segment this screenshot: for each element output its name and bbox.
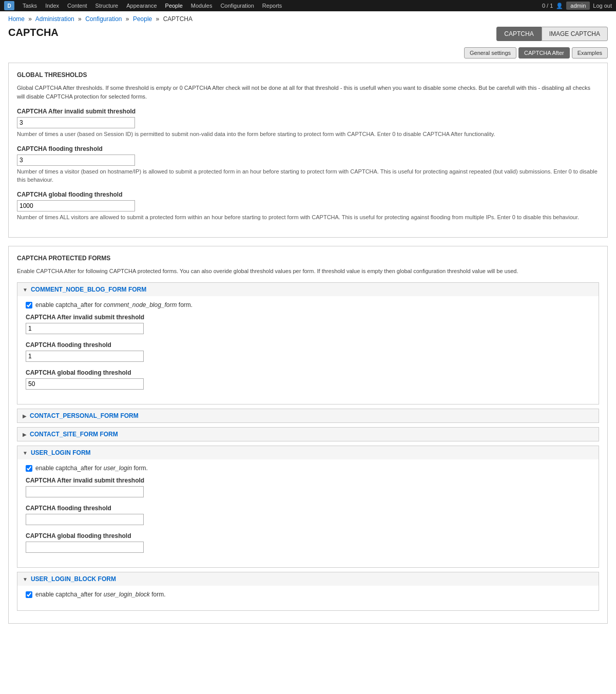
sep4: »	[156, 15, 160, 23]
tab-captcha[interactable]: CAPTCHA	[496, 27, 541, 41]
form-block-contact-site-link[interactable]: CONTACT_SITE_FORM FORM	[30, 431, 118, 438]
form-block-user-login-body: enable captcha_after for user_login form…	[17, 459, 599, 567]
nav-structure[interactable]: Structure	[91, 0, 123, 11]
field-invalid-submit-label: CAPTCHA After invalid submit threshold	[17, 108, 599, 115]
nav-appearance[interactable]: Appearance	[122, 0, 161, 11]
user-login-block-enable-row: enable captcha_after for user_login_bloc…	[26, 591, 590, 598]
user-login-enable-checkbox[interactable]	[26, 465, 32, 472]
field-global-flooding-threshold: CAPTCHA global flooding threshold Number…	[17, 191, 599, 221]
nav-modules[interactable]: Modules	[187, 0, 217, 11]
global-thresholds-section: GLOBAL THRESHOLDS Global CAPTCHA After t…	[8, 63, 608, 238]
protected-forms-desc: Enable CAPTCHA After for following CAPTC…	[17, 267, 599, 276]
comment-flooding-label: CAPTCHA flooding threshold	[26, 341, 590, 349]
form-block-user-login: ▼ USER_LOGIN FORM enable captcha_after f…	[17, 446, 599, 568]
form-block-comment-header[interactable]: ▼ COMMENT_NODE_BLOG_FORM FORM	[17, 283, 599, 296]
form-block-comment-body: enable captcha_after for comment_node_bl…	[17, 296, 599, 404]
arrow-right-icon-1: ▶	[23, 413, 27, 419]
user-login-block-enable-checkbox[interactable]	[26, 591, 32, 598]
field-flooding-threshold-label: CAPTCHA flooding threshold	[17, 145, 599, 152]
protected-forms-section: CAPTCHA PROTECTED FORMS Enable CAPTCHA A…	[8, 246, 608, 624]
admin-button[interactable]: admin	[566, 2, 590, 10]
comment-flooding-field: CAPTCHA flooding threshold	[26, 341, 590, 362]
field-invalid-submit: CAPTCHA After invalid submit threshold N…	[17, 108, 599, 138]
form-block-user-login-header[interactable]: ▼ USER_LOGIN FORM	[17, 446, 599, 459]
subtab-captcha-after[interactable]: CAPTCHA After	[518, 47, 570, 59]
breadcrumb-people[interactable]: People	[133, 15, 152, 23]
comment-global-flooding-field: CAPTCHA global flooding threshold	[26, 369, 590, 390]
user-icon: 👤	[556, 3, 563, 9]
logout-link[interactable]: Log out	[593, 3, 612, 9]
nav-tasks[interactable]: Tasks	[18, 0, 41, 11]
user-login-global-flooding-input[interactable]	[26, 542, 144, 553]
form-block-user-login-block-link[interactable]: USER_LOGIN_BLOCK FORM	[31, 575, 116, 583]
breadcrumb-configuration[interactable]: Configuration	[85, 15, 122, 23]
breadcrumb: Home » Administration » Configuration » …	[0, 11, 616, 25]
field-global-flooding-threshold-label: CAPTCHA global flooding threshold	[17, 191, 599, 198]
user-counter: 0 / 1	[542, 3, 553, 9]
form-block-contact-site: ▶ CONTACT_SITE_FORM FORM	[17, 427, 599, 441]
user-login-global-flooding-label: CAPTCHA global flooding threshold	[26, 532, 590, 539]
arrow-down-icon-2: ▼	[23, 450, 28, 456]
form-block-user-login-block: ▼ USER_LOGIN_BLOCK FORM enable captcha_a…	[17, 572, 599, 611]
user-login-flooding-label: CAPTCHA flooding threshold	[26, 505, 590, 512]
form-block-user-login-block-body: enable captcha_after for user_login_bloc…	[17, 586, 599, 610]
comment-invalid-label: CAPTCHA After invalid submit threshold	[26, 314, 590, 321]
form-block-user-login-block-header[interactable]: ▼ USER_LOGIN_BLOCK FORM	[17, 572, 599, 586]
nav-index[interactable]: Index	[41, 0, 63, 11]
comment-global-flooding-label: CAPTCHA global flooding threshold	[26, 369, 590, 376]
arrow-right-icon-2: ▶	[23, 432, 27, 437]
form-block-contact-personal: ▶ CONTACT_PERSONAL_FORM FORM	[17, 409, 599, 423]
sep3: »	[126, 15, 129, 23]
comment-flooding-input[interactable]	[26, 351, 144, 362]
sep2: »	[78, 15, 82, 23]
nav-reports[interactable]: Reports	[258, 0, 286, 11]
comment-enable-row: enable captcha_after for comment_node_bl…	[26, 301, 590, 309]
subtab-general-settings[interactable]: General settings	[464, 47, 516, 59]
top-navbar: D Tasks Index Content Structure Appearan…	[0, 0, 616, 11]
form-block-user-login-link[interactable]: USER_LOGIN FORM	[31, 449, 91, 456]
page-header: CAPTCHA CAPTCHA IMAGE CAPTCHA	[0, 25, 616, 45]
comment-invalid-input[interactable]	[26, 323, 144, 334]
field-invalid-submit-desc: Number of times a user (based on Session…	[17, 130, 599, 138]
nav-configuration[interactable]: Configuration	[216, 0, 258, 11]
nav-content[interactable]: Content	[63, 0, 91, 11]
page-title: CAPTCHA	[8, 27, 59, 38]
protected-forms-title: CAPTCHA PROTECTED FORMS	[17, 255, 599, 262]
sub-tabs: General settings CAPTCHA After Examples	[0, 45, 616, 63]
main-tabs: CAPTCHA IMAGE CAPTCHA	[496, 27, 608, 41]
field-global-flooding-threshold-input[interactable]	[17, 200, 135, 211]
form-block-contact-personal-header[interactable]: ▶ CONTACT_PERSONAL_FORM FORM	[17, 409, 599, 422]
form-block-contact-site-header[interactable]: ▶ CONTACT_SITE_FORM FORM	[17, 428, 599, 441]
comment-enable-checkbox[interactable]	[26, 302, 32, 309]
user-login-flooding-input[interactable]	[26, 514, 144, 525]
field-global-flooding-threshold-desc: Number of times ALL visitors are allowed…	[17, 214, 599, 221]
site-logo: D	[4, 1, 14, 10]
global-thresholds-title: GLOBAL THRESHOLDS	[17, 71, 599, 79]
field-invalid-submit-input[interactable]	[17, 117, 135, 128]
form-block-comment-link[interactable]: COMMENT_NODE_BLOG_FORM FORM	[31, 286, 146, 293]
tab-image-captcha[interactable]: IMAGE CAPTCHA	[542, 27, 608, 41]
nav-menu: Tasks Index Content Structure Appearance…	[18, 0, 542, 11]
user-login-enable-label: enable captcha_after for user_login form…	[35, 465, 148, 472]
user-login-invalid-input[interactable]	[26, 486, 144, 497]
comment-global-flooding-input[interactable]	[26, 378, 144, 390]
breadcrumb-administration[interactable]: Administration	[35, 15, 74, 23]
field-flooding-threshold-input[interactable]	[17, 155, 135, 166]
form-block-comment-node-blog: ▼ COMMENT_NODE_BLOG_FORM FORM enable cap…	[17, 282, 599, 404]
user-login-invalid-field: CAPTCHA After invalid submit threshold	[26, 477, 590, 497]
breadcrumb-current: CAPTCHA	[163, 15, 192, 23]
user-login-invalid-label: CAPTCHA After invalid submit threshold	[26, 477, 590, 484]
user-login-block-enable-label: enable captcha_after for user_login_bloc…	[35, 591, 166, 598]
nav-people[interactable]: People	[161, 0, 187, 11]
field-flooding-threshold-desc: Number of times a visitor (based on host…	[17, 168, 599, 184]
arrow-down-icon-3: ▼	[23, 576, 28, 582]
comment-invalid-field: CAPTCHA After invalid submit threshold	[26, 314, 590, 334]
breadcrumb-home[interactable]: Home	[8, 15, 25, 23]
user-login-flooding-field: CAPTCHA flooding threshold	[26, 505, 590, 525]
user-login-enable-row: enable captcha_after for user_login form…	[26, 465, 590, 472]
global-thresholds-desc: Global CAPTCHA After thresholds. If some…	[17, 84, 599, 101]
subtab-examples[interactable]: Examples	[572, 47, 608, 59]
form-block-contact-personal-link[interactable]: CONTACT_PERSONAL_FORM FORM	[30, 412, 139, 419]
comment-enable-label: enable captcha_after for comment_node_bl…	[35, 301, 192, 309]
sep1: »	[28, 15, 32, 23]
